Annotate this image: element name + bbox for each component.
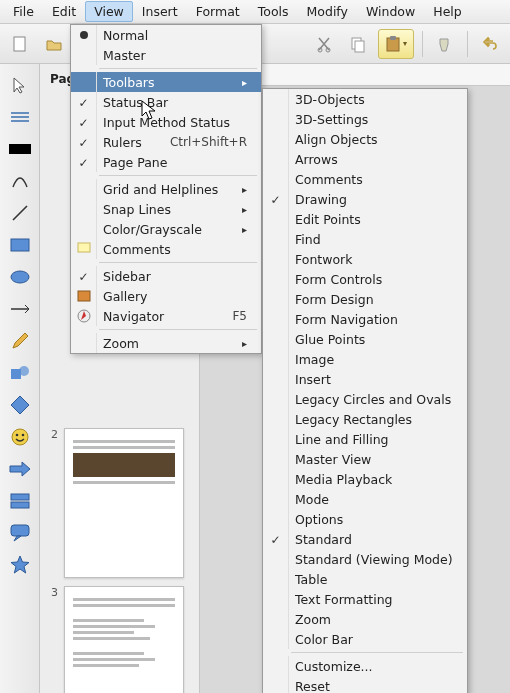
menu-help[interactable]: Help [424,1,471,22]
arc-tool[interactable] [7,170,33,192]
submenu-item[interactable]: Options [263,509,467,529]
page-thumb-3[interactable]: 3 [46,586,193,693]
submenu-item[interactable]: Master View [263,449,467,469]
pencil-tool[interactable] [7,330,33,352]
line-tool[interactable] [7,202,33,224]
copy-button[interactable] [344,30,372,58]
submenu-item[interactable]: Color Bar [263,629,467,649]
undo-button[interactable] [476,30,504,58]
menu-modify[interactable]: Modify [298,1,357,22]
line-color-tool[interactable] [7,138,33,160]
svg-point-14 [15,434,18,437]
submenu-item[interactable]: Find [263,229,467,249]
submenu-item[interactable]: Line and Filling [263,429,467,449]
submenu-label: Zoom [295,612,453,627]
shapes-tool[interactable] [7,362,33,384]
menu-separator [99,175,257,176]
line-style-tool[interactable] [7,106,33,128]
submenu-label: Arrows [295,152,453,167]
submenu-label: Options [295,512,453,527]
submenu-item[interactable]: Edit Points [263,209,467,229]
menu-item-rulers[interactable]: RulersCtrl+Shift+R [71,132,261,152]
menu-item-sidebar[interactable]: Sidebar [71,266,261,286]
smiley-tool[interactable] [7,426,33,448]
rectangle-tool[interactable] [7,234,33,256]
submenu-item[interactable]: Table [263,569,467,589]
menu-separator [291,652,463,653]
menu-item-navigator[interactable]: NavigatorF5 [71,306,261,326]
cut-button[interactable] [310,30,338,58]
connector-tool[interactable] [7,298,33,320]
menu-item-toolbars[interactable]: Toolbars▸ [71,72,261,92]
submenu-item[interactable]: Form Controls [263,269,467,289]
svg-rect-6 [390,36,396,40]
submenu-label: Customize... [295,659,453,674]
submenu-label: Master View [295,452,453,467]
page-thumb-2[interactable]: 2 [46,428,193,578]
submenu-item[interactable]: 3D-Objects [263,89,467,109]
flowchart-tool[interactable] [7,490,33,512]
menu-item-page-pane[interactable]: Page Pane [71,152,261,172]
menu-item-snap[interactable]: Snap Lines▸ [71,199,261,219]
menu-item-ime-status[interactable]: Input Method Status [71,112,261,132]
menu-item-grid[interactable]: Grid and Helplines▸ [71,179,261,199]
open-button[interactable] [40,30,68,58]
clone-format-button[interactable] [431,30,459,58]
menu-item-master[interactable]: Master [71,45,261,65]
submenu-item[interactable]: Standard [263,529,467,549]
toolbar-separator [467,31,468,57]
menu-tools[interactable]: Tools [249,1,298,22]
menu-item-color-grayscale[interactable]: Color/Grayscale▸ [71,219,261,239]
submenu-item[interactable]: Legacy Rectangles [263,409,467,429]
star-tool[interactable] [7,554,33,576]
ellipse-tool[interactable] [7,266,33,288]
submenu-label: Mode [295,492,453,507]
submenu-item[interactable]: Form Design [263,289,467,309]
submenu-item[interactable]: Insert [263,369,467,389]
block-arrow-tool[interactable] [7,458,33,480]
submenu-item[interactable]: Media Playback [263,469,467,489]
svg-point-12 [19,366,29,376]
submenu-item[interactable]: Drawing [263,189,467,209]
submenu-item[interactable]: Standard (Viewing Mode) [263,549,467,569]
submenu-label: Reset [295,679,453,694]
submenu-item[interactable]: Image [263,349,467,369]
submenu-item[interactable]: 3D-Settings [263,109,467,129]
svg-rect-17 [11,502,29,508]
submenu-item[interactable]: Text Formatting [263,589,467,609]
menu-view[interactable]: View [85,1,133,22]
submenu-item[interactable]: Align Objects [263,129,467,149]
menu-file[interactable]: File [4,1,43,22]
svg-point-13 [12,429,28,445]
menu-item-zoom[interactable]: Zoom▸ [71,333,261,353]
submenu-item[interactable]: Legacy Circles and Ovals [263,389,467,409]
menu-item-comments[interactable]: Comments [71,239,261,259]
submenu-item-reset[interactable]: Reset [263,676,467,693]
menu-edit[interactable]: Edit [43,1,85,22]
submenu-item-customize[interactable]: Customize... [263,656,467,676]
select-tool[interactable] [7,74,33,96]
new-doc-button[interactable] [6,30,34,58]
paste-button[interactable]: ▾ [378,29,414,59]
submenu-item[interactable]: Arrows [263,149,467,169]
callout-tool[interactable] [7,522,33,544]
submenu-item[interactable]: Comments [263,169,467,189]
svg-rect-20 [78,291,90,301]
menu-item-normal[interactable]: Normal [71,25,261,45]
submenu-item[interactable]: Mode [263,489,467,509]
menu-item-gallery[interactable]: Gallery [71,286,261,306]
submenu-item[interactable]: Glue Points [263,329,467,349]
menu-insert[interactable]: Insert [133,1,187,22]
submenu-label: Form Navigation [295,312,453,327]
submenu-arrow-icon: ▸ [242,184,247,195]
menu-item-status-bar[interactable]: Status Bar [71,92,261,112]
menu-window[interactable]: Window [357,1,424,22]
check-icon [78,135,88,150]
submenu-item[interactable]: Fontwork [263,249,467,269]
menu-format[interactable]: Format [187,1,249,22]
check-icon [270,532,280,547]
submenu-item[interactable]: Form Navigation [263,309,467,329]
submenu-label: Comments [295,172,453,187]
submenu-item[interactable]: Zoom [263,609,467,629]
diamond-tool[interactable] [7,394,33,416]
